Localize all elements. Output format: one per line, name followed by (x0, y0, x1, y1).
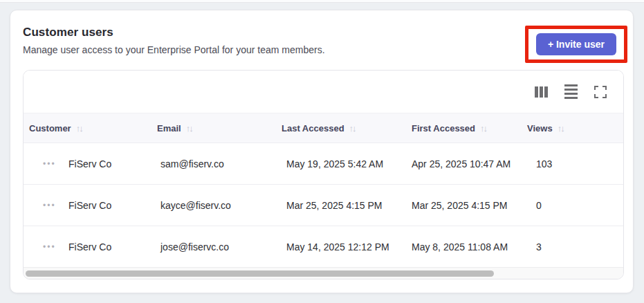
panel-header: Customer users Manage user access to you… (10, 10, 633, 55)
customer-users-panel: Customer users Manage user access to you… (10, 10, 634, 293)
sort-icon: ↑↓ (186, 123, 194, 134)
table-header-row: Customer ↑↓ Email ↑↓ Last Accessed ↑↓ Fi… (24, 113, 623, 143)
row-density-icon-glyph (564, 84, 578, 99)
row-menu-icon[interactable]: ••• (37, 243, 68, 251)
row-density-icon[interactable] (564, 84, 578, 99)
cell-customer: FiServ Co (68, 200, 160, 211)
column-header-customer[interactable]: Customer ↑↓ (29, 123, 157, 134)
cell-email: sam@fiserv.co (160, 158, 286, 169)
fullscreen-icon-glyph (594, 86, 607, 98)
column-header-views[interactable]: Views ↑↓ (527, 123, 623, 134)
columns-icon[interactable] (535, 86, 548, 98)
cell-customer: FiServ Co (68, 158, 160, 169)
fullscreen-icon[interactable] (594, 86, 607, 98)
cell-views: 0 (536, 200, 623, 211)
sort-icon: ↑↓ (76, 123, 84, 134)
sort-icon: ↑↓ (558, 123, 565, 134)
top-edge-strip (0, 0, 644, 3)
cell-first-accessed: May 8, 2025 11:08 AM (412, 241, 536, 252)
horizontal-scrollbar-track[interactable] (24, 267, 623, 279)
table-row: ••• FiServ Co kayce@fiserv.co Mar 25, 20… (24, 184, 623, 226)
cell-email: kayce@fiserv.co (160, 200, 286, 211)
cell-email: jose@fiservc.co (160, 241, 286, 252)
invite-user-button[interactable]: + Invite user (536, 33, 616, 55)
row-menu-icon[interactable]: ••• (37, 160, 68, 168)
annotation-highlight-box: + Invite user (525, 26, 627, 63)
columns-icon-glyph (535, 86, 548, 98)
cell-last-accessed: May 14, 2025 12:12 PM (286, 241, 412, 252)
cell-first-accessed: Mar 25, 2025 4:15 PM (412, 200, 536, 211)
table-row: ••• FiServ Co sam@fiserv.co May 19, 2025… (24, 143, 623, 184)
cell-first-accessed: Apr 25, 2025 10:47 AM (412, 158, 536, 169)
cell-views: 103 (536, 158, 623, 169)
column-header-last-accessed[interactable]: Last Accessed ↑↓ (282, 123, 412, 134)
sort-icon: ↑↓ (480, 123, 488, 134)
column-header-email[interactable]: Email ↑↓ (157, 123, 282, 134)
table-toolbar (24, 71, 623, 113)
table-row: ••• FiServ Co jose@fiservc.co May 14, 20… (24, 226, 623, 267)
users-table-container: Customer ↑↓ Email ↑↓ Last Accessed ↑↓ Fi… (23, 70, 624, 279)
horizontal-scrollbar-thumb[interactable] (26, 270, 494, 277)
row-menu-icon[interactable]: ••• (37, 201, 68, 210)
cell-views: 3 (536, 241, 623, 252)
cell-last-accessed: May 19, 2025 5:42 AM (286, 158, 412, 169)
column-header-first-accessed[interactable]: First Accessed ↑↓ (412, 123, 527, 134)
cell-last-accessed: Mar 25, 2025 4:15 PM (286, 200, 412, 211)
sort-icon: ↑↓ (349, 123, 357, 134)
cell-customer: FiServ Co (68, 241, 160, 252)
